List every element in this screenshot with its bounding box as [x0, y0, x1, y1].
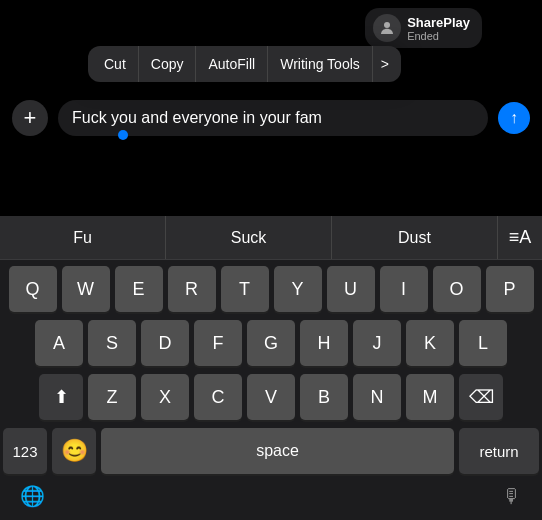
context-menu-writing-tools[interactable]: Writing Tools	[268, 46, 373, 82]
mic-key[interactable]: 🎙	[502, 485, 522, 508]
globe-row: 🌐 🎙	[0, 480, 542, 516]
add-button[interactable]: +	[12, 100, 48, 136]
key-b[interactable]: B	[300, 374, 348, 420]
globe-key[interactable]: 🌐	[20, 484, 45, 508]
key-t[interactable]: T	[221, 266, 269, 312]
key-o[interactable]: O	[433, 266, 481, 312]
key-row-3: ⬆ Z X C V B N M ⌫	[3, 374, 539, 420]
key-w[interactable]: W	[62, 266, 110, 312]
backspace-key[interactable]: ⌫	[459, 374, 503, 420]
keyboard: Fu Suck Dust ≡A Q W E R T Y U I O P A S …	[0, 216, 542, 520]
key-q[interactable]: Q	[9, 266, 57, 312]
key-l[interactable]: L	[459, 320, 507, 366]
context-menu-copy[interactable]: Copy	[139, 46, 197, 82]
key-k[interactable]: K	[406, 320, 454, 366]
key-h[interactable]: H	[300, 320, 348, 366]
input-area: + Fuck you and everyone in your fam ↑	[0, 92, 542, 144]
context-menu-cut[interactable]: Cut	[92, 46, 139, 82]
shareplay-title: SharePlay	[407, 15, 470, 30]
shareplay-bubble: SharePlay Ended	[365, 8, 482, 48]
context-menu: Cut Copy AutoFill Writing Tools >	[88, 46, 401, 82]
key-m[interactable]: M	[406, 374, 454, 420]
autocorrect-fu[interactable]: Fu	[0, 216, 166, 259]
key-i[interactable]: I	[380, 266, 428, 312]
autocorrect-bar: Fu Suck Dust ≡A	[0, 216, 542, 260]
emoji-key[interactable]: 😊	[52, 428, 96, 474]
key-z[interactable]: Z	[88, 374, 136, 420]
context-menu-autofill[interactable]: AutoFill	[196, 46, 268, 82]
key-row-2: A S D F G H J K L	[3, 320, 539, 366]
key-j[interactable]: J	[353, 320, 401, 366]
key-c[interactable]: C	[194, 374, 242, 420]
message-input-container[interactable]: Fuck you and everyone in your fam	[58, 100, 488, 136]
key-y[interactable]: Y	[274, 266, 322, 312]
send-button[interactable]: ↑	[498, 102, 530, 134]
key-d[interactable]: D	[141, 320, 189, 366]
key-x[interactable]: X	[141, 374, 189, 420]
context-menu-arrow[interactable]: >	[373, 56, 397, 72]
autocorrect-suck[interactable]: Suck	[166, 216, 332, 259]
bottom-row: 123 😊 space return	[0, 424, 542, 480]
shareplay-text: SharePlay Ended	[407, 15, 470, 42]
key-r[interactable]: R	[168, 266, 216, 312]
shareplay-avatar	[373, 14, 401, 42]
key-u[interactable]: U	[327, 266, 375, 312]
key-s[interactable]: S	[88, 320, 136, 366]
key-e[interactable]: E	[115, 266, 163, 312]
key-f[interactable]: F	[194, 320, 242, 366]
cursor-dot	[118, 130, 128, 140]
space-key[interactable]: space	[101, 428, 454, 474]
key-row-1: Q W E R T Y U I O P	[3, 266, 539, 312]
message-input-text: Fuck you and everyone in your fam	[72, 109, 474, 127]
key-a[interactable]: A	[35, 320, 83, 366]
key-v[interactable]: V	[247, 374, 295, 420]
key-rows: Q W E R T Y U I O P A S D F G H J K L ⬆ …	[0, 260, 542, 424]
shareplay-subtitle: Ended	[407, 30, 470, 42]
return-key[interactable]: return	[459, 428, 539, 474]
autocorrect-settings[interactable]: ≡A	[498, 227, 542, 248]
numbers-key[interactable]: 123	[3, 428, 47, 474]
shift-key[interactable]: ⬆	[39, 374, 83, 420]
key-g[interactable]: G	[247, 320, 295, 366]
key-n[interactable]: N	[353, 374, 401, 420]
svg-point-0	[384, 22, 390, 28]
autocorrect-dust[interactable]: Dust	[332, 216, 498, 259]
key-p[interactable]: P	[486, 266, 534, 312]
